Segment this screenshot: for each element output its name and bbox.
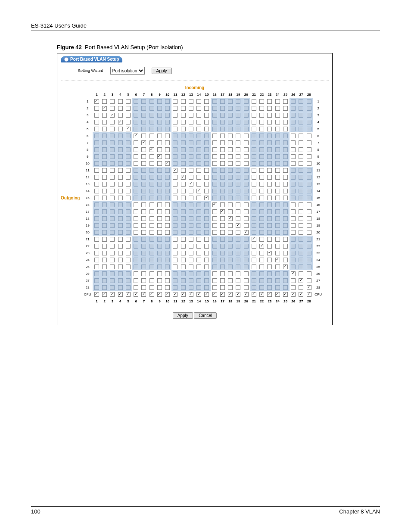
port-checkbox[interactable] <box>134 161 138 166</box>
port-checkbox[interactable] <box>134 292 138 297</box>
port-checkbox[interactable] <box>228 223 233 228</box>
port-checkbox[interactable] <box>291 154 296 159</box>
port-checkbox[interactable] <box>134 216 138 221</box>
port-checkbox[interactable] <box>141 230 146 235</box>
port-checkbox[interactable] <box>173 251 177 255</box>
port-checkbox[interactable] <box>244 285 249 290</box>
port-checkbox[interactable] <box>118 251 123 255</box>
port-checkbox[interactable] <box>275 292 280 297</box>
port-checkbox[interactable] <box>283 106 288 111</box>
port-checkbox[interactable] <box>189 106 193 111</box>
apply-top-button[interactable]: Apply <box>152 68 172 74</box>
port-checkbox[interactable] <box>259 244 264 249</box>
port-checkbox[interactable] <box>291 285 296 290</box>
port-checkbox[interactable] <box>110 99 115 104</box>
port-checkbox[interactable] <box>275 264 280 269</box>
port-checkbox[interactable] <box>291 161 296 166</box>
port-checkbox[interactable] <box>102 113 107 118</box>
port-checkbox[interactable] <box>244 161 249 166</box>
port-checkbox[interactable] <box>134 223 138 228</box>
port-checkbox[interactable] <box>307 209 311 214</box>
port-checkbox[interactable] <box>267 120 272 124</box>
port-checkbox[interactable] <box>189 189 193 193</box>
port-checkbox[interactable] <box>212 216 217 221</box>
port-checkbox[interactable] <box>173 127 177 131</box>
port-checkbox[interactable] <box>236 278 240 283</box>
port-checkbox[interactable] <box>118 244 123 249</box>
port-checkbox[interactable] <box>299 209 303 214</box>
port-checkbox[interactable] <box>173 292 177 297</box>
port-checkbox[interactable] <box>94 168 99 173</box>
port-checkbox[interactable] <box>102 127 107 131</box>
port-checkbox[interactable] <box>196 106 201 111</box>
port-checkbox[interactable] <box>275 175 280 180</box>
port-checkbox[interactable] <box>102 292 107 297</box>
port-checkbox[interactable] <box>299 292 303 297</box>
port-checkbox[interactable] <box>157 154 162 159</box>
port-checkbox[interactable] <box>267 251 272 255</box>
port-checkbox[interactable] <box>236 147 240 152</box>
port-checkbox[interactable] <box>118 264 123 269</box>
port-checkbox[interactable] <box>141 147 146 152</box>
port-checkbox[interactable] <box>204 258 209 262</box>
port-checkbox[interactable] <box>275 113 280 118</box>
port-checkbox[interactable] <box>259 175 264 180</box>
port-checkbox[interactable] <box>267 258 272 262</box>
port-checkbox[interactable] <box>196 258 201 262</box>
port-checkbox[interactable] <box>228 134 233 138</box>
port-checkbox[interactable] <box>228 292 233 297</box>
port-checkbox[interactable] <box>189 237 193 242</box>
port-checkbox[interactable] <box>244 223 249 228</box>
port-checkbox[interactable] <box>181 99 186 104</box>
port-checkbox[interactable] <box>228 161 233 166</box>
port-checkbox[interactable] <box>275 196 280 200</box>
port-checkbox[interactable] <box>149 216 154 221</box>
port-checkbox[interactable] <box>228 147 233 152</box>
port-checkbox[interactable] <box>212 154 217 159</box>
port-checkbox[interactable] <box>259 251 264 255</box>
port-checkbox[interactable] <box>173 120 177 124</box>
port-checkbox[interactable] <box>126 127 131 131</box>
port-checkbox[interactable] <box>196 244 201 249</box>
port-checkbox[interactable] <box>134 230 138 235</box>
port-checkbox[interactable] <box>126 175 131 180</box>
port-checkbox[interactable] <box>267 113 272 118</box>
port-checkbox[interactable] <box>102 237 107 242</box>
port-checkbox[interactable] <box>267 292 272 297</box>
port-checkbox[interactable] <box>236 140 240 145</box>
port-checkbox[interactable] <box>165 278 170 283</box>
port-checkbox[interactable] <box>134 202 138 207</box>
port-checkbox[interactable] <box>259 113 264 118</box>
port-checkbox[interactable] <box>141 202 146 207</box>
port-checkbox[interactable] <box>252 106 256 111</box>
port-checkbox[interactable] <box>110 292 115 297</box>
port-checkbox[interactable] <box>165 161 170 166</box>
port-checkbox[interactable] <box>212 285 217 290</box>
port-checkbox[interactable] <box>118 182 123 187</box>
port-checkbox[interactable] <box>299 161 303 166</box>
port-checkbox[interactable] <box>173 196 177 200</box>
port-checkbox[interactable] <box>149 161 154 166</box>
port-checkbox[interactable] <box>94 175 99 180</box>
port-checkbox[interactable] <box>157 140 162 145</box>
apply-bottom-button[interactable]: Apply <box>173 312 193 319</box>
port-checkbox[interactable] <box>244 140 249 145</box>
port-checkbox[interactable] <box>196 175 201 180</box>
port-checkbox[interactable] <box>244 134 249 138</box>
port-checkbox[interactable] <box>173 182 177 187</box>
port-checkbox[interactable] <box>275 127 280 131</box>
port-checkbox[interactable] <box>212 140 217 145</box>
port-checkbox[interactable] <box>126 251 131 255</box>
port-checkbox[interactable] <box>275 120 280 124</box>
port-checkbox[interactable] <box>244 292 249 297</box>
port-checkbox[interactable] <box>165 209 170 214</box>
port-checkbox[interactable] <box>141 216 146 221</box>
port-checkbox[interactable] <box>110 182 115 187</box>
port-checkbox[interactable] <box>110 264 115 269</box>
port-checkbox[interactable] <box>267 264 272 269</box>
port-checkbox[interactable] <box>189 258 193 262</box>
port-checkbox[interactable] <box>173 258 177 262</box>
port-checkbox[interactable] <box>291 134 296 138</box>
port-checkbox[interactable] <box>189 182 193 187</box>
port-checkbox[interactable] <box>126 113 131 118</box>
